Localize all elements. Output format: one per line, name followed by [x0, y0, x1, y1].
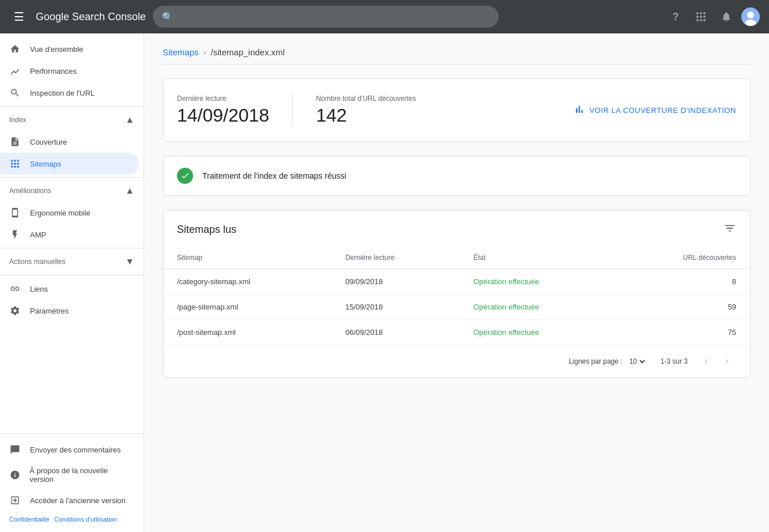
search-input[interactable] — [178, 12, 489, 21]
divider-2 — [0, 177, 144, 178]
table-header: Sitemaps lus — [163, 210, 750, 247]
col-url-decouvertes: URL découvertes — [615, 247, 750, 269]
liens-icon — [9, 284, 21, 294]
sidebar-item-vue-ensemble[interactable]: Vue d'ensemble — [0, 38, 139, 60]
cell-sitemap: /category-sitemap.xml — [163, 269, 331, 295]
sidebar-item-couverture[interactable]: Couverture — [0, 131, 139, 153]
rows-per-page-select[interactable]: 10 25 50 — [627, 357, 647, 366]
svg-point-10 — [747, 12, 754, 18]
cell-url-decouvertes: 75 — [615, 320, 750, 345]
svg-point-6 — [696, 19, 699, 21]
sitemaps-tbody: /category-sitemap.xml 09/09/2018 Opérati… — [163, 269, 750, 345]
sidebar-bottom: Envoyer des commentaires À propos de la … — [0, 433, 144, 532]
sidebar-item-apropos[interactable]: À propos de la nouvelle version — [0, 461, 139, 489]
cell-url-decouvertes: 8 — [615, 269, 750, 295]
sidebar-item-sitemaps[interactable]: Sitemaps — [0, 153, 139, 175]
stat-total-urls: Nombre total d'URL découvertes 142 — [316, 95, 416, 126]
stat-last-read: Dernière lecture 14/09/2018 — [177, 95, 269, 126]
cell-etat: Opération effectuée — [459, 269, 615, 295]
indexation-label: VOIR LA COUVERTURE D'INDEXATION — [590, 106, 736, 115]
sidebar-item-liens[interactable]: Liens — [0, 278, 139, 300]
sidebar-item-performances[interactable]: Performances — [0, 60, 139, 82]
sitemaps-table: Sitemap Dernière lecture État URL découv… — [163, 247, 750, 345]
amp-icon — [9, 229, 21, 240]
topbar-logo: Google Search Console — [36, 11, 146, 23]
apps-button[interactable] — [691, 6, 711, 27]
help-button[interactable]: ? — [665, 6, 686, 27]
sidebar-item-amp[interactable]: AMP — [0, 224, 139, 246]
breadcrumb: Sitemaps › /sitemap_index.xml — [163, 47, 751, 65]
pagination-rows-per-page: Lignes par page : 10 25 50 — [569, 357, 651, 366]
section-actions-manuelles[interactable]: Actions manuelles ▼ — [0, 251, 144, 273]
stats-card: Dernière lecture 14/09/2018 Nombre total… — [163, 78, 751, 142]
pagination-range: 1-3 sur 3 — [661, 357, 688, 365]
cell-etat: Opération effectuée — [459, 295, 615, 320]
svg-point-5 — [703, 16, 706, 18]
main-content: Sitemaps › /sitemap_index.xml Dernière l… — [144, 33, 769, 532]
chevron-up-icon-2: ▲ — [125, 186, 134, 196]
svg-point-4 — [700, 16, 702, 18]
sidebar-item-parametres[interactable]: Paramètres — [0, 300, 139, 322]
section-index[interactable]: Index ▲ — [0, 109, 144, 131]
divider-1 — [0, 106, 144, 107]
sidebar-item-ancienne-version[interactable]: Accéder à l'ancienne version — [0, 489, 139, 511]
stats-content: Dernière lecture 14/09/2018 Nombre total… — [177, 93, 736, 127]
avatar[interactable] — [741, 7, 760, 26]
chevron-down-icon: ▼ — [125, 256, 134, 267]
sidebar-label-commentaires: Envoyer des commentaires — [30, 446, 121, 454]
col-sitemap: Sitemap — [163, 247, 331, 269]
cell-derniere-lecture: 06/09/2018 — [331, 320, 459, 345]
footer-privacy[interactable]: Confidentialité — [9, 516, 50, 523]
indexation-button[interactable]: VOIR LA COUVERTURE D'INDEXATION — [574, 104, 736, 117]
breadcrumb-parent[interactable]: Sitemaps — [163, 47, 199, 57]
sidebar-item-inspection[interactable]: Inspection de l'URL — [0, 82, 139, 104]
feedback-icon — [9, 444, 21, 455]
footer-terms[interactable]: Conditions d'utilisation — [54, 516, 117, 523]
svg-point-8 — [703, 19, 706, 21]
breadcrumb-current: /sitemap_index.xml — [211, 47, 285, 57]
col-derniere-lecture: Dernière lecture — [331, 247, 459, 269]
sidebar-label-ancienne-version: Accéder à l'ancienne version — [30, 496, 126, 505]
menu-icon[interactable]: ☰ — [9, 5, 29, 28]
filter-icon[interactable] — [723, 222, 736, 237]
breadcrumb-separator: › — [203, 47, 206, 57]
sidebar: Vue d'ensemble Performances Inspection d… — [0, 33, 144, 532]
total-urls-value: 142 — [316, 105, 416, 126]
sidebar-label-parametres: Paramètres — [30, 307, 69, 315]
sidebar-footer: Confidentialité Conditions d'utilisation — [0, 511, 144, 527]
pagination: Lignes par page : 10 25 50 1-3 sur 3 — [163, 345, 750, 378]
table-row: /post-sitemap.xml 06/09/2018 Opération e… — [163, 320, 750, 345]
section-ameliorations[interactable]: Améliorations ▲ — [0, 180, 144, 202]
table-header-row: Sitemap Dernière lecture État URL découv… — [163, 247, 750, 269]
divider-4 — [0, 275, 144, 276]
sidebar-label-sitemaps: Sitemaps — [30, 160, 61, 168]
last-read-label: Dernière lecture — [177, 95, 269, 103]
sidebar-label-couverture: Couverture — [30, 138, 67, 146]
svg-point-3 — [696, 16, 699, 18]
total-urls-label: Nombre total d'URL découvertes — [316, 95, 416, 103]
pagination-next[interactable] — [718, 352, 736, 371]
cell-url-decouvertes: 59 — [615, 295, 750, 320]
cell-etat: Opération effectuée — [459, 320, 615, 345]
mobile-icon — [9, 207, 21, 218]
table-row: /page-sitemap.xml 15/09/2018 Opération e… — [163, 295, 750, 320]
rows-per-page-label: Lignes par page : — [569, 357, 623, 365]
home-icon — [9, 44, 21, 54]
sidebar-label-inspection: Inspection de l'URL — [30, 89, 95, 97]
sidebar-label-ergonomie: Ergonomie mobile — [30, 209, 91, 217]
cell-derniere-lecture: 09/09/2018 — [331, 269, 459, 295]
pagination-prev[interactable] — [697, 352, 715, 371]
sidebar-nav: Vue d'ensemble Performances Inspection d… — [0, 33, 144, 433]
sidebar-item-ergonomie[interactable]: Ergonomie mobile — [0, 202, 139, 224]
search-icon: 🔍 — [162, 12, 174, 22]
sidebar-item-commentaires[interactable]: Envoyer des commentaires — [0, 439, 139, 461]
col-etat: État — [459, 247, 615, 269]
svg-point-1 — [700, 12, 702, 14]
search-bar[interactable]: 🔍 — [153, 6, 499, 28]
layout: Vue d'ensemble Performances Inspection d… — [0, 33, 769, 532]
notification-button[interactable] — [716, 6, 737, 27]
chevron-up-icon: ▲ — [125, 115, 134, 125]
exit-icon — [9, 495, 21, 505]
sitemaps-icon — [9, 159, 21, 169]
divider-3 — [0, 248, 144, 248]
